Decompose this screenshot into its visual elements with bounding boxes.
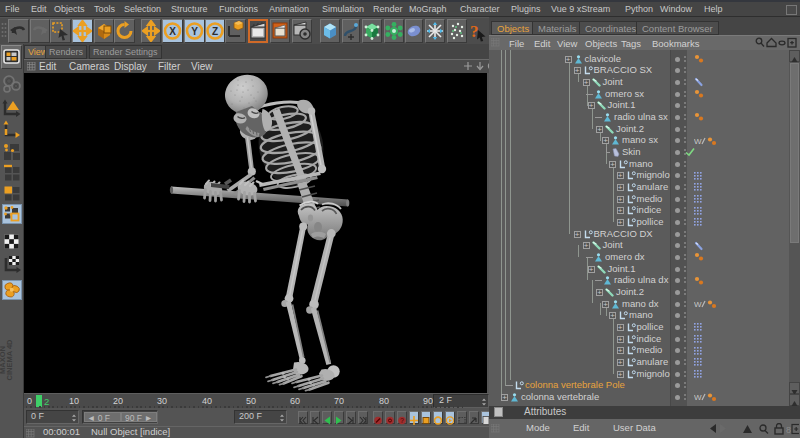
svg-text:W: W [694,393,702,402]
svg-text:8: 8 [786,425,791,435]
svg-text:X: X [169,26,176,37]
svg-text:W: W [694,300,702,309]
svg-text:?: ? [400,417,404,424]
svg-text:Y: Y [191,26,198,37]
svg-text:W: W [694,137,702,146]
svg-text:Z: Z [212,26,218,37]
